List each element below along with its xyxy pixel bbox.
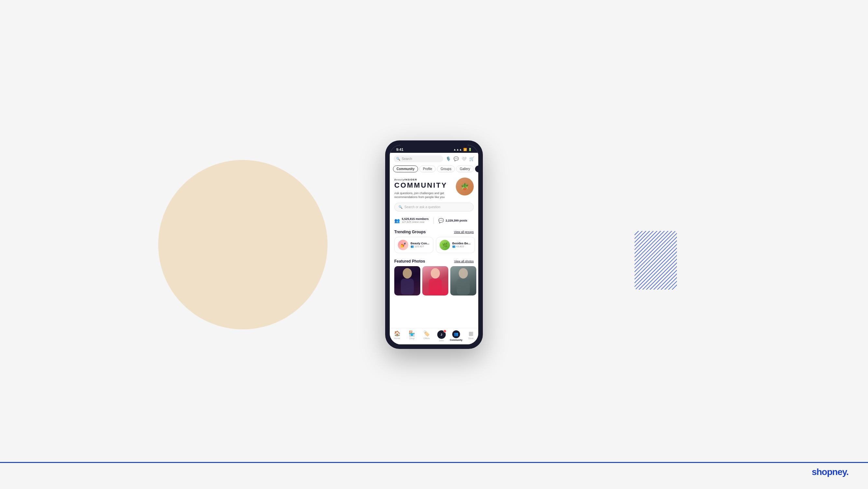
group-name-2: Besides Be...	[452, 242, 470, 245]
search-placeholder-text: Search	[402, 157, 412, 161]
phone-screen: 9:41 ▲▲▲ 📶 🔋 🔍 Search 🎙️ 💬	[390, 145, 478, 344]
group-name-1: Beauty Con...	[410, 242, 429, 245]
online-count: 127,825 online now	[402, 221, 429, 224]
chat-icon[interactable]: 💬	[454, 156, 459, 161]
posts-stat: 💬 2,229,399 posts	[438, 218, 468, 223]
group-info-2: Besides Be... 👥 43,822	[452, 242, 470, 248]
hero-section: 🪴 BeautyINSIDER COMMUNITY Ask questions,…	[390, 175, 478, 217]
group-avatar-2: 🌿	[439, 240, 450, 250]
svg-rect-7	[457, 279, 470, 295]
hero-avatar: 🪴	[456, 177, 474, 196]
hero-description: Ask questions, join challenges and get r…	[394, 191, 446, 199]
nav-offers[interactable]: 🏷️ Offers	[420, 330, 434, 342]
photo-thumb-3[interactable]	[450, 266, 476, 295]
group-members-1: 👥 125,427	[410, 245, 429, 248]
svg-point-6	[459, 268, 468, 279]
group-info-1: Beauty Con... 👥 125,427	[410, 242, 429, 248]
group-avatar-1: 💅	[398, 240, 408, 250]
community-nav-icon: 👥	[452, 330, 460, 338]
cart-icon[interactable]: 🛒	[469, 156, 474, 161]
group-card-2[interactable]: 🌿 Besides Be... 👥 43,822	[436, 237, 475, 253]
background-stripe	[634, 231, 677, 290]
shopney-logo: shopney.	[812, 467, 848, 477]
nav-shop[interactable]: 🏪 Shop	[404, 330, 419, 342]
svg-rect-3	[401, 279, 414, 295]
background-circle	[158, 160, 328, 329]
nav-tabs: Community Profile Groups Gallery Start	[390, 164, 478, 175]
store-icon: ▦	[468, 330, 473, 337]
offers-icon: 🏷️	[423, 330, 430, 337]
heart-icon[interactable]: 🤍	[461, 156, 467, 161]
stat-divider	[433, 217, 434, 224]
phone-device: 9:41 ▲▲▲ 📶 🔋 🔍 Search 🎙️ 💬	[385, 140, 483, 349]
nav-community[interactable]: 👥 Community	[448, 330, 463, 342]
group-members-2: 👥 43,822	[452, 245, 470, 248]
svg-rect-1	[634, 231, 677, 290]
members-count: 5,525,815 members	[402, 217, 429, 221]
status-icons: ▲▲▲ 📶 🔋	[453, 148, 472, 151]
bottom-nav: 🏠 Home 🏪 Shop 🏷️ Offers J John 👥 C	[390, 328, 478, 344]
photos-row	[390, 266, 478, 299]
search-icon: 🔍	[396, 157, 400, 161]
members-icon: 👥	[394, 218, 400, 223]
groups-row: 💅 Beauty Con... 👥 125,427 🌿 Beside	[390, 237, 478, 257]
wifi-icon: 📶	[463, 148, 467, 151]
user-avatar: J	[437, 330, 446, 339]
members-stat: 👥 5,525,815 members 127,825 online now	[394, 217, 429, 224]
nav-home[interactable]: 🏠 Home	[390, 330, 404, 342]
bottom-line	[0, 462, 868, 463]
tab-gallery[interactable]: Gallery	[456, 166, 474, 172]
search-input-wrap[interactable]: 🔍 Search	[394, 155, 443, 162]
tab-start[interactable]: Start	[475, 166, 478, 172]
nav-community-label: Community	[450, 339, 463, 341]
battery-icon: 🔋	[468, 148, 472, 151]
hero-search-placeholder: Search or ask a question	[404, 205, 440, 209]
nav-john-label: John	[439, 340, 444, 342]
photo-thumb-1[interactable]	[394, 266, 420, 295]
featured-photos-title: Featured Photos	[394, 259, 425, 264]
header-icons: 🎙️ 💬 🤍 🛒	[446, 156, 474, 161]
hero-search-box[interactable]: 🔍 Search or ask a question	[394, 203, 474, 211]
view-all-groups-link[interactable]: View all groups	[454, 230, 474, 234]
tab-groups[interactable]: Groups	[437, 166, 455, 172]
screen-content[interactable]: 🔍 Search 🎙️ 💬 🤍 🛒 Community Profile Grou…	[390, 153, 478, 328]
group-card-1[interactable]: 💅 Beauty Con... 👥 125,427	[394, 237, 433, 253]
shop-icon: 🏪	[409, 330, 415, 337]
stats-row: 👥 5,525,815 members 127,825 online now	[390, 217, 478, 228]
svg-point-2	[403, 268, 412, 279]
phone-wrapper: 9:41 ▲▲▲ 📶 🔋 🔍 Search 🎙️ 💬	[385, 140, 483, 349]
nav-john[interactable]: J John	[434, 330, 448, 342]
tab-profile[interactable]: Profile	[420, 166, 436, 172]
tab-community[interactable]: Community	[393, 166, 418, 172]
mic-icon[interactable]: 🎙️	[446, 156, 451, 161]
nav-home-label: Home	[394, 337, 400, 340]
nav-offers-label: Offers	[424, 337, 430, 340]
nav-shop-label: Shop	[409, 337, 414, 340]
hero-search-icon: 🔍	[399, 205, 402, 209]
group-members-icon-1: 👥	[410, 245, 414, 248]
trending-groups-header: Trending Groups View all groups	[390, 228, 478, 237]
home-icon: 🏠	[394, 330, 400, 337]
signal-icon: ▲▲▲	[453, 148, 462, 151]
nav-store[interactable]: ▦ Store	[464, 330, 478, 342]
posts-icon: 💬	[438, 218, 444, 223]
group-members-icon-2: 👥	[452, 245, 456, 248]
photo-thumb-2[interactable]	[422, 266, 448, 295]
photo-image-1	[394, 266, 420, 295]
posts-count: 2,229,399 posts	[446, 219, 468, 222]
featured-photos-header: Featured Photos View all photos	[390, 257, 478, 266]
svg-rect-5	[429, 279, 442, 295]
nav-store-label: Store	[468, 337, 474, 340]
status-time: 9:41	[396, 148, 403, 151]
photo-image-2	[422, 266, 448, 295]
svg-point-4	[431, 268, 440, 279]
trending-groups-title: Trending Groups	[394, 230, 426, 234]
phone-notch	[421, 145, 447, 151]
search-bar: 🔍 Search 🎙️ 💬 🤍 🛒	[390, 153, 478, 164]
view-all-photos-link[interactable]: View all photos	[454, 260, 474, 263]
photo-image-3	[450, 266, 476, 295]
